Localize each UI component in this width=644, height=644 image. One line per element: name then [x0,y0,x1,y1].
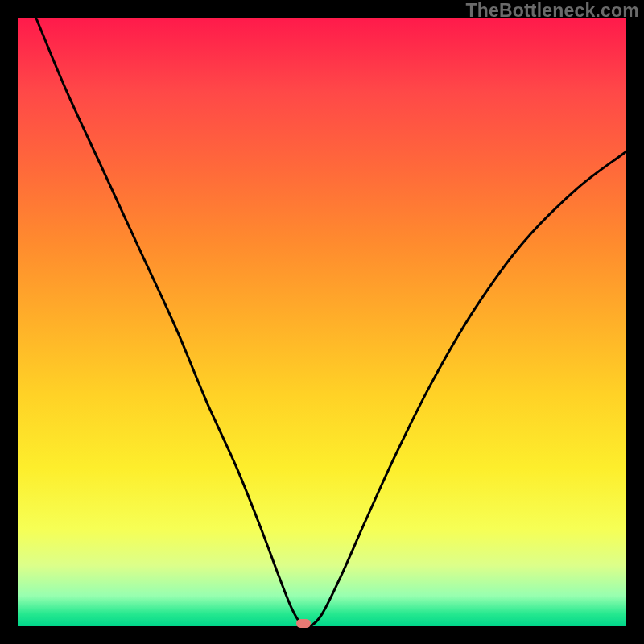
bottleneck-curve [36,18,626,627]
curve-svg [18,18,626,626]
chart-frame: TheBottleneck.com [0,0,644,644]
optimum-marker [296,619,311,628]
plot-area [18,18,626,626]
